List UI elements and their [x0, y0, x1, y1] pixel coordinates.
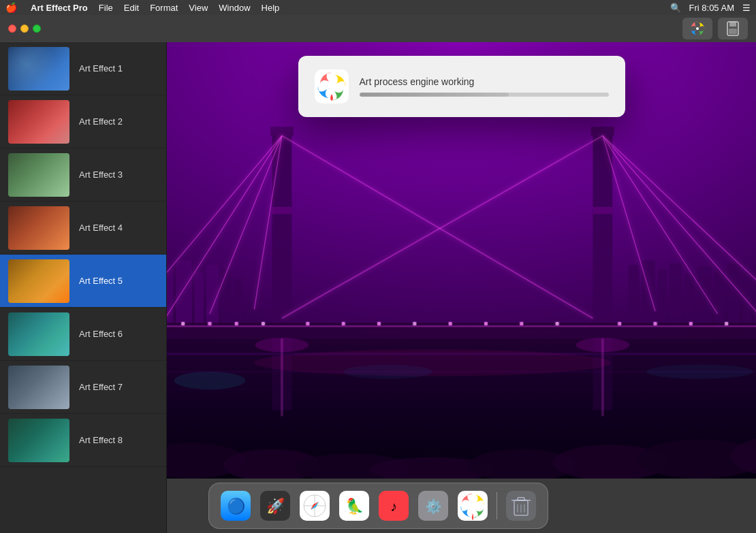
svg-point-112	[471, 504, 475, 508]
svg-point-93	[343, 365, 432, 379]
save-button[interactable]	[718, 18, 748, 39]
window-menu[interactable]: Window	[219, 3, 250, 13]
svg-rect-19	[629, 265, 640, 327]
effect-item-8[interactable]: Art Effect 8	[0, 414, 166, 467]
svg-text:🚀: 🚀	[266, 497, 285, 515]
format-menu[interactable]: Format	[150, 3, 178, 13]
svg-point-59	[342, 322, 345, 325]
svg-rect-25	[714, 270, 725, 327]
svg-rect-20	[642, 261, 655, 327]
effect-label-2: Art Effect 2	[79, 116, 123, 127]
svg-point-65	[556, 322, 559, 325]
menubar-control-icon[interactable]: ☰	[742, 3, 751, 13]
effect-label-8: Art Effect 8	[79, 435, 123, 445]
effect-label-7: Art Effect 7	[79, 382, 123, 392]
minimize-button[interactable]	[20, 25, 29, 33]
dock-item-music[interactable]: ♪	[375, 487, 412, 524]
dock-separator	[497, 492, 497, 519]
apple-menu[interactable]: 🍎	[5, 2, 17, 13]
effect-thumbnail-4	[8, 206, 69, 250]
svg-point-56	[235, 322, 238, 325]
dock-item-inkwell[interactable]: 🦜	[336, 487, 373, 524]
svg-point-91	[254, 349, 610, 376]
main-content: Art process engine working	[167, 42, 756, 533]
effect-thumbnail-1	[8, 47, 69, 91]
effect-item-6[interactable]: Art Effect 6	[0, 308, 166, 361]
effect-thumbnail-3	[8, 153, 69, 197]
svg-point-69	[725, 322, 728, 325]
svg-rect-21	[658, 270, 667, 327]
svg-point-5	[329, 84, 334, 89]
svg-rect-26	[727, 263, 740, 327]
svg-rect-39	[593, 207, 612, 214]
svg-point-57	[262, 322, 265, 325]
svg-rect-37	[593, 131, 612, 327]
dock-background: 🔵 🚀 🦜	[208, 483, 548, 529]
app-window: Art Effect 1 Art Effect 2 Art Effect 3 A…	[0, 15, 756, 533]
file-menu[interactable]: File	[99, 3, 113, 13]
dialog-content: Art process engine working	[360, 76, 609, 97]
svg-rect-23	[684, 274, 694, 327]
dock-item-arteffect[interactable]	[454, 487, 491, 524]
effect-label-6: Art Effect 6	[79, 329, 123, 339]
svg-point-62	[449, 322, 452, 325]
svg-rect-14	[176, 261, 192, 327]
svg-rect-15	[195, 272, 204, 327]
effect-thumbnail-7	[8, 366, 69, 409]
effect-label-4: Art Effect 4	[79, 223, 123, 233]
effect-item-2[interactable]: Art Effect 2	[0, 95, 166, 148]
effect-item-5[interactable]: Art Effect 5	[0, 255, 166, 308]
content-area: Art Effect 1 Art Effect 2 Art Effect 3 A…	[0, 42, 756, 533]
svg-rect-22	[670, 263, 682, 327]
menubar-time: Fri 8:05 AM	[689, 3, 734, 13]
svg-rect-38	[591, 127, 614, 135]
effect-label-3: Art Effect 3	[79, 169, 123, 180]
svg-point-66	[618, 322, 621, 325]
svg-point-92	[174, 372, 246, 389]
svg-rect-3	[729, 29, 737, 34]
edit-menu[interactable]: Edit	[124, 3, 139, 13]
view-menu[interactable]: View	[189, 3, 208, 13]
svg-point-90	[576, 338, 629, 352]
dialog-title: Art process engine working	[360, 76, 609, 87]
dock-item-launchpad[interactable]: 🚀	[257, 487, 294, 524]
svg-point-63	[484, 322, 488, 325]
traffic-lights	[8, 25, 41, 33]
svg-text:♪: ♪	[390, 499, 397, 514]
effect-item-4[interactable]: Art Effect 4	[0, 201, 166, 255]
svg-point-67	[653, 322, 657, 325]
dock: 🔵 🚀 🦜	[0, 479, 756, 533]
svg-text:⚙️: ⚙️	[424, 498, 441, 515]
effect-thumbnail-5	[8, 259, 69, 303]
svg-point-58	[306, 322, 309, 325]
fullscreen-button[interactable]	[33, 25, 41, 33]
menubar-search-icon[interactable]: 🔍	[670, 3, 681, 13]
dock-item-settings[interactable]: ⚙️	[415, 487, 452, 524]
effect-item-7[interactable]: Art Effect 7	[0, 361, 166, 414]
effect-item-1[interactable]: Art Effect 1	[0, 42, 166, 95]
svg-point-68	[689, 322, 693, 325]
svg-point-54	[181, 322, 185, 325]
progress-bar-bg	[360, 93, 609, 97]
effect-label-1: Art Effect 1	[79, 63, 123, 74]
close-button[interactable]	[8, 25, 16, 33]
menubar: 🍎 Art Effect Pro File Edit Format View W…	[0, 0, 756, 15]
effect-item-3[interactable]: Art Effect 3	[0, 148, 166, 201]
svg-point-61	[413, 322, 416, 325]
svg-rect-18	[234, 278, 242, 327]
dock-item-finder[interactable]: 🔵	[217, 487, 254, 524]
svg-text:🦜: 🦜	[345, 497, 364, 515]
app-name[interactable]: Art Effect Pro	[31, 3, 88, 13]
progress-bar-fill	[360, 93, 509, 97]
titlebar-buttons	[682, 18, 748, 39]
pinwheel-button[interactable]	[682, 18, 712, 39]
help-menu[interactable]: Help	[262, 3, 280, 13]
svg-rect-2	[729, 22, 736, 27]
effect-thumbnail-8	[8, 419, 69, 462]
svg-point-0	[696, 27, 699, 30]
progress-dialog: Art process engine working	[298, 56, 625, 117]
dock-item-trash[interactable]	[503, 487, 539, 524]
svg-point-55	[208, 322, 211, 325]
dock-item-safari[interactable]	[296, 487, 333, 524]
svg-rect-50	[167, 323, 756, 339]
